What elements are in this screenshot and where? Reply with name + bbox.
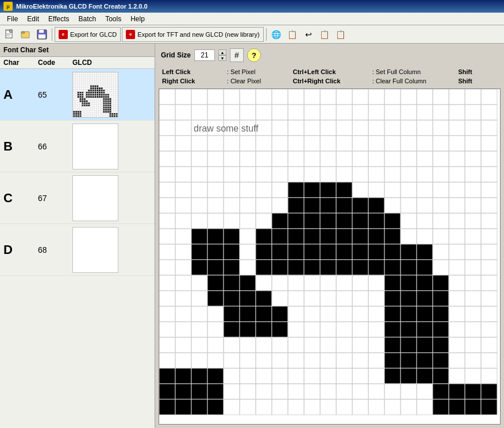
svg-rect-10	[39, 30, 44, 33]
svg-rect-6	[6, 36, 10, 36]
export-tft-label: Export for TFT and new GLCD (new library…	[137, 31, 259, 38]
col-glcd: GLCD	[72, 59, 151, 67]
app-icon: μ	[3, 2, 13, 11]
col-char: Char	[3, 59, 38, 67]
menu-help[interactable]: Help	[126, 14, 149, 24]
col-code: Code	[38, 59, 72, 67]
right-click-desc: : Clear Pixel	[227, 78, 286, 84]
export-tft-icon: e	[126, 30, 135, 39]
menu-batch[interactable]: Batch	[74, 14, 101, 24]
char-preview-A	[72, 72, 118, 118]
char-label-B: B	[3, 139, 38, 154]
svg-rect-4	[6, 33, 11, 34]
export-glcd-label: Export for GLCD	[70, 31, 117, 38]
save-button[interactable]	[34, 27, 49, 42]
char-code-B: 66	[38, 142, 72, 151]
char-preview-D	[72, 227, 118, 273]
char-row-A[interactable]: A 65	[0, 69, 155, 121]
web-button[interactable]: 🌐	[269, 27, 284, 42]
separator-2	[266, 28, 267, 41]
main-layout: Font Char Set Char Code GLCD A 65 B 66 C…	[0, 44, 504, 428]
separator-1	[52, 28, 52, 41]
spin-down-button[interactable]: ▼	[218, 55, 226, 61]
menu-tools[interactable]: Tools	[101, 14, 126, 24]
char-label-C: C	[3, 191, 38, 206]
menu-effects[interactable]: Effects	[44, 14, 74, 24]
left-click-desc: : Set Pixel	[227, 68, 286, 75]
char-code-A: 65	[38, 90, 72, 99]
drawing-area[interactable]: draw some stuff	[159, 88, 501, 425]
help-button[interactable]: ?	[247, 48, 261, 62]
shift-label-1: Shift	[458, 68, 497, 75]
right-click-label: Right Click	[162, 78, 220, 84]
title-bar: μ MikroElektronika GLCD Font Creator 1.2…	[0, 0, 504, 13]
svg-rect-11	[39, 34, 45, 38]
char-label-D: D	[3, 242, 38, 257]
menu-file[interactable]: File	[2, 14, 22, 24]
svg-rect-2	[6, 30, 9, 31]
export-glcd-button[interactable]: e Export for GLCD	[55, 27, 121, 42]
instructions-bar: Left Click : Set Pixel Ctrl+Left Click :…	[159, 67, 501, 86]
grid-size-label: Grid Size	[161, 51, 191, 59]
svg-rect-3	[10, 30, 12, 32]
char-list-header: Char Code GLCD	[0, 57, 155, 69]
grid-size-input[interactable]	[194, 49, 215, 61]
clipboard-button[interactable]: 📋	[285, 27, 300, 42]
new-button[interactable]	[2, 27, 17, 42]
char-preview-B	[72, 124, 118, 169]
menu-bar: File Edit Effects Batch Tools Help	[0, 13, 504, 25]
ctrl-right-label: Ctrl+Right Click	[293, 78, 365, 84]
pixel-canvas[interactable]	[159, 89, 500, 424]
char-code-C: 67	[38, 194, 72, 203]
shift-label-2: Shift	[458, 78, 497, 84]
ctrl-left-label: Ctrl+Left Click	[293, 68, 365, 75]
char-row-B[interactable]: B 66	[0, 121, 155, 172]
char-code-D: 68	[38, 245, 72, 255]
svg-rect-5	[6, 34, 11, 35]
char-label-A: A	[3, 87, 38, 102]
export-glcd-icon: e	[59, 30, 68, 39]
right-panel: Grid Size ▲ ▼ # ? Left Click : Set Pixel…	[155, 44, 504, 428]
export-tft-button[interactable]: e Export for TFT and new GLCD (new libra…	[122, 27, 263, 42]
open-button[interactable]	[18, 27, 33, 42]
font-char-set-header: Font Char Set	[0, 44, 155, 57]
char-preview-C	[72, 175, 118, 221]
undo-button[interactable]: ↩	[301, 27, 316, 42]
char-row-C[interactable]: C 67	[0, 172, 155, 224]
left-panel: Font Char Set Char Code GLCD A 65 B 66 C…	[0, 44, 155, 428]
char-list: A 65 B 66 C 67 D 68	[0, 69, 155, 428]
menu-edit[interactable]: Edit	[22, 14, 44, 24]
grid-size-spinner: ▲ ▼	[218, 49, 226, 61]
paste-button[interactable]: 📋	[333, 27, 348, 42]
svg-rect-8	[21, 32, 25, 33]
ctrl-left-desc: : Set Full Column	[372, 68, 452, 75]
left-click-label: Left Click	[162, 68, 220, 75]
window-title: MikroElektronika GLCD Font Creator 1.2.0…	[16, 3, 148, 10]
toolbar: e Export for GLCD e Export for TFT and n…	[0, 25, 504, 44]
grid-size-bar: Grid Size ▲ ▼ # ?	[159, 47, 501, 63]
copy-button[interactable]: 📋	[317, 27, 332, 42]
spin-up-button[interactable]: ▲	[218, 49, 226, 55]
char-row-D[interactable]: D 68	[0, 224, 155, 276]
grid-hash-button[interactable]: #	[230, 48, 244, 62]
ctrl-right-desc: : Clear Full Column	[372, 78, 452, 84]
